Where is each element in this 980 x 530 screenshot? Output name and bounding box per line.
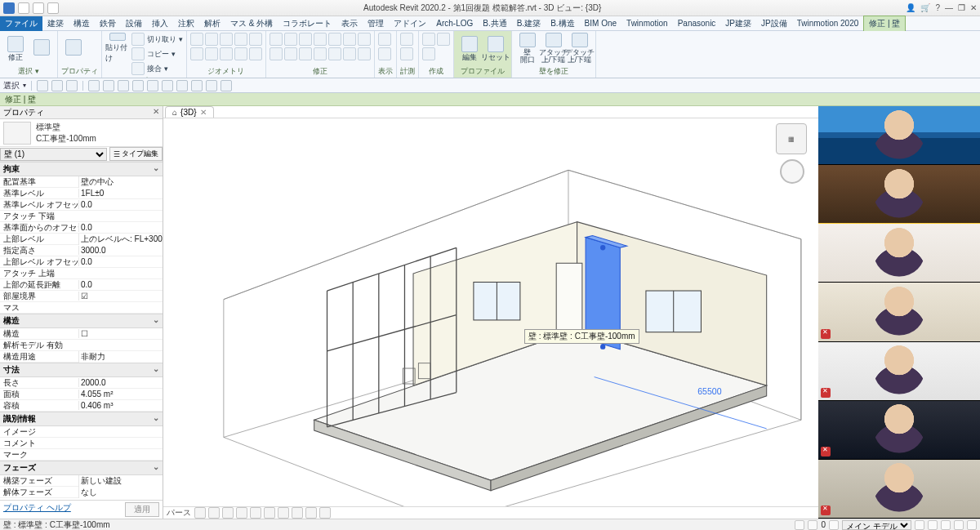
tab-解析[interactable]: 解析	[199, 16, 225, 31]
tab-構造[interactable]: 構造	[69, 16, 95, 31]
opt-icon[interactable]	[176, 80, 188, 91]
ribbon-icon[interactable]	[328, 47, 341, 60]
vcb-icon[interactable]	[194, 507, 206, 519]
prop-row[interactable]: コメント	[0, 438, 163, 449]
video-participant[interactable]	[818, 224, 980, 283]
ribbon-button[interactable]	[29, 33, 54, 64]
ribbon-button[interactable]: リセット	[483, 33, 508, 64]
status-icon[interactable]	[795, 520, 804, 530]
tab-Twinmotion 2020[interactable]: Twinmotion 2020	[792, 17, 864, 29]
status-icon[interactable]	[941, 520, 951, 530]
prop-row[interactable]: 配置基準壁の中心	[0, 176, 163, 188]
prop-value[interactable]: 上のレベルへ: FL+3000	[78, 234, 163, 245]
prop-category[interactable]: フェーズ⌄	[0, 461, 163, 475]
vcb-icon[interactable]	[292, 507, 303, 519]
prop-row[interactable]: マーク	[0, 449, 163, 461]
properties-list[interactable]: 拘束⌄配置基準壁の中心基準レベル1FL±0基準レベル オフセット0.0アタッチ …	[0, 162, 163, 500]
status-icon[interactable]	[915, 520, 924, 530]
ribbon-icon[interactable]	[358, 47, 371, 60]
vcb-icon[interactable]	[236, 507, 247, 519]
ribbon-icon[interactable]	[270, 33, 283, 46]
properties-apply-button[interactable]: 適用	[125, 502, 159, 517]
ribbon-icon[interactable]	[220, 47, 233, 60]
tab-Twinmotion[interactable]: Twinmotion	[621, 17, 673, 29]
prop-row[interactable]: 基準レベル オフセット0.0	[0, 199, 163, 211]
tab-マス & 外構[interactable]: マス & 外構	[225, 16, 278, 31]
tab-Arch-LOG[interactable]: Arch-LOG	[431, 17, 478, 29]
opt-icon[interactable]	[103, 80, 114, 91]
ribbon-icon[interactable]	[234, 47, 247, 60]
window-min-icon[interactable]: —	[945, 3, 953, 12]
vcb-icon[interactable]	[305, 507, 317, 519]
status-icon[interactable]	[808, 520, 817, 530]
ribbon-icon[interactable]	[299, 47, 312, 60]
ribbon-icon[interactable]	[131, 62, 145, 75]
ribbon-icon[interactable]	[343, 47, 356, 60]
ribbon-icon[interactable]	[422, 47, 435, 60]
ribbon-icon[interactable]	[378, 33, 391, 46]
viewcube[interactable]: ▦	[776, 123, 807, 154]
tab-B.建築[interactable]: B.建築	[512, 16, 546, 31]
prop-value[interactable]: 0.0	[78, 200, 163, 209]
status-icon[interactable]	[954, 520, 964, 530]
tab-建築[interactable]: 建築	[42, 16, 69, 31]
user-icon[interactable]: 👤	[906, 3, 915, 12]
ribbon-button[interactable]: デタッチ 上/下端	[568, 33, 592, 64]
tab-B.共通[interactable]: B.共通	[478, 16, 511, 31]
ribbon-icon[interactable]	[314, 47, 327, 60]
vcb-icon[interactable]	[319, 507, 331, 519]
ribbon-icon[interactable]	[299, 33, 312, 46]
ribbon-icon[interactable]	[270, 47, 283, 60]
opt-icon[interactable]	[51, 80, 63, 91]
window-max-icon[interactable]: ❐	[958, 3, 965, 12]
tab-管理[interactable]: 管理	[363, 16, 389, 31]
help-icon[interactable]: ?	[935, 3, 940, 12]
prop-value[interactable]: 0.0	[78, 280, 163, 289]
opt-icon[interactable]	[118, 80, 129, 91]
prop-value[interactable]: 壁の中心	[78, 176, 163, 188]
video-participant[interactable]	[818, 165, 980, 224]
ribbon-icon[interactable]	[400, 33, 413, 46]
prop-value[interactable]: 新しい建設	[78, 475, 163, 487]
ribbon-icon[interactable]	[131, 47, 145, 60]
prop-row[interactable]: 解析モデル 有効	[0, 340, 163, 351]
prop-row[interactable]: 上部レベル上のレベルへ: FL+3000	[0, 234, 163, 245]
tab-Panasonic[interactable]: Panasonic	[673, 17, 721, 29]
prop-value[interactable]: 3000.0	[78, 246, 163, 255]
prop-row[interactable]: 構造用途非耐力	[0, 351, 163, 363]
prop-category[interactable]: 寸法⌄	[0, 363, 163, 377]
tab-コラボレート[interactable]: コラボレート	[278, 16, 336, 31]
ribbon-button[interactable]: 修正	[3, 33, 28, 64]
ribbon-icon[interactable]	[190, 33, 203, 46]
qat-save-icon[interactable]	[33, 2, 44, 14]
prop-row[interactable]: 長さ2000.0	[0, 377, 163, 389]
ribbon-icon[interactable]	[400, 47, 413, 60]
window-close-icon[interactable]: ✕	[970, 3, 977, 12]
opt-icon[interactable]	[37, 80, 48, 91]
prop-row[interactable]: イメージ	[0, 426, 163, 438]
opt-icon[interactable]	[132, 80, 144, 91]
opt-icon[interactable]	[206, 80, 217, 91]
type-selector[interactable]: 標準壁 C工事壁-100mm	[0, 119, 163, 147]
tab-アドイン[interactable]: アドイン	[389, 16, 431, 31]
prop-row[interactable]: アタッチ 下端	[0, 211, 163, 222]
prop-row[interactable]: 上部の延長距離0.0	[0, 279, 163, 291]
ribbon-icon[interactable]	[220, 33, 233, 46]
prop-row[interactable]: 解体フェーズなし	[0, 487, 163, 498]
prop-row[interactable]: 面積4.055 m²	[0, 389, 163, 400]
prop-row[interactable]: 上部レベル オフセット0.0	[0, 256, 163, 268]
prop-category[interactable]: 拘束⌄	[0, 162, 163, 176]
vcb-icon[interactable]	[222, 507, 234, 519]
prop-value[interactable]: 0.0	[78, 257, 163, 266]
ribbon-icon[interactable]	[343, 33, 356, 46]
opt-icon[interactable]	[88, 80, 100, 91]
ribbon-icon[interactable]	[249, 47, 262, 60]
properties-help-link[interactable]: プロパティ ヘルプ	[3, 502, 71, 517]
ribbon-button[interactable]: 壁 開口	[515, 33, 540, 64]
ribbon-icon[interactable]	[358, 33, 371, 46]
qat-open-icon[interactable]	[18, 2, 29, 14]
ribbon-button[interactable]: 編集	[457, 33, 482, 64]
ribbon-icon[interactable]	[422, 33, 435, 46]
prop-category[interactable]: 構造⌄	[0, 314, 163, 328]
tab-JP設備[interactable]: JP設備	[756, 16, 792, 31]
